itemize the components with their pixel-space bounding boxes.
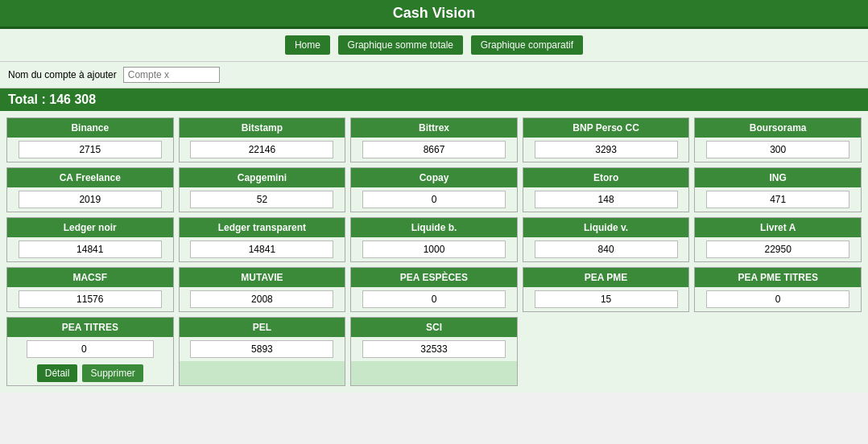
accounts-grid: BinanceBitstampBittrexBNP Perso CCBourso…: [0, 111, 868, 393]
account-name: Bittrex: [351, 118, 517, 138]
account-name: ING: [695, 168, 861, 187]
account-value-input[interactable]: [190, 240, 333, 258]
add-account-input[interactable]: [123, 67, 220, 83]
account-value-input[interactable]: [190, 141, 333, 158]
account-value-row: [695, 237, 861, 261]
account-card: MUTAVIE: [179, 267, 346, 312]
account-actions: DétailSupprimer: [7, 361, 173, 385]
account-value-row: [351, 187, 517, 212]
account-value-row: [7, 138, 173, 162]
account-value-row: [523, 138, 689, 162]
account-card: SCI: [350, 317, 518, 386]
account-value-input[interactable]: [706, 240, 849, 258]
navigation-bar: Home Graphique somme totale Graphique co…: [0, 29, 868, 62]
account-value-row: [180, 237, 345, 261]
account-card: CA Freelance: [6, 167, 174, 212]
supprimer-button[interactable]: Supprimer: [82, 364, 143, 382]
app-title: Cash Vision: [0, 5, 868, 22]
graph-compare-button[interactable]: Graphique comparatif: [471, 35, 583, 55]
account-value-input[interactable]: [535, 141, 678, 158]
account-value-row: [523, 187, 689, 212]
account-card: Liquide v.: [523, 217, 690, 262]
account-name: PEA PME: [523, 268, 689, 287]
account-name: PEA TITRES: [7, 318, 173, 337]
account-value-row: [695, 287, 861, 311]
account-value-row: [351, 287, 517, 311]
account-value-input[interactable]: [362, 141, 506, 158]
account-card: Bittrex: [350, 117, 518, 162]
account-card: PEA ESPÈCES: [350, 267, 518, 312]
account-name: Binance: [7, 118, 173, 138]
account-value-row: [7, 337, 173, 361]
account-name: Capgemini: [180, 168, 345, 187]
add-account-row: Nom du compte à ajouter: [0, 62, 868, 88]
account-name: PEL: [180, 318, 345, 337]
home-button[interactable]: Home: [285, 35, 330, 55]
account-card: BNP Perso CC: [523, 117, 690, 162]
account-name: MACSF: [7, 268, 173, 287]
account-value-row: [180, 187, 345, 212]
account-value-row: [180, 337, 345, 361]
account-name: Boursorama: [695, 118, 861, 138]
account-value-input[interactable]: [706, 141, 849, 158]
account-value-input[interactable]: [19, 290, 162, 308]
account-value-input[interactable]: [190, 290, 333, 308]
account-value-row: [523, 237, 689, 261]
account-value-input[interactable]: [19, 141, 162, 158]
account-name: Bitstamp: [180, 118, 345, 138]
account-value-input[interactable]: [362, 240, 506, 258]
account-value-row: [7, 187, 173, 212]
account-card: PEA TITRESDétailSupprimer: [6, 317, 174, 386]
account-name: Ledger transparent: [180, 218, 345, 237]
account-value-input[interactable]: [190, 191, 333, 208]
account-name: PEA ESPÈCES: [351, 268, 517, 287]
account-value-input[interactable]: [362, 191, 506, 208]
add-account-label: Nom du compte à ajouter: [8, 69, 117, 80]
account-value-row: [351, 337, 517, 361]
account-card: MACSF: [6, 267, 174, 312]
account-card: Bitstamp: [179, 117, 346, 162]
account-value-row: [180, 138, 345, 162]
account-value-row: [351, 237, 517, 261]
account-card: Capgemini: [179, 167, 346, 212]
account-value-input[interactable]: [535, 240, 678, 258]
account-value-input[interactable]: [706, 191, 849, 208]
total-bar: Total : 146 308: [0, 88, 868, 111]
account-card: Binance: [6, 117, 174, 162]
account-card: Livret A: [694, 217, 862, 262]
account-value-input[interactable]: [535, 290, 678, 308]
account-value-row: [180, 287, 345, 311]
account-card: Liquide b.: [350, 217, 518, 262]
account-value-row: [7, 237, 173, 261]
account-value-row: [523, 287, 689, 311]
account-card: PEA PME: [523, 267, 690, 312]
account-card: Ledger noir: [6, 217, 174, 262]
account-card: Etoro: [523, 167, 690, 212]
account-value-row: [351, 138, 517, 162]
account-name: Etoro: [523, 168, 689, 187]
account-value-input[interactable]: [362, 340, 506, 358]
account-card: PEA PME TITRES: [694, 267, 862, 312]
app-header: Cash Vision: [0, 0, 868, 29]
account-value-input[interactable]: [535, 191, 678, 208]
account-value-row: [695, 187, 861, 212]
account-value-input[interactable]: [27, 340, 154, 358]
account-name: PEA PME TITRES: [695, 268, 861, 287]
detail-button[interactable]: Détail: [37, 364, 78, 382]
account-value-input[interactable]: [19, 240, 162, 258]
account-name: SCI: [351, 318, 517, 337]
account-value-row: [7, 287, 173, 311]
account-value-input[interactable]: [706, 290, 849, 308]
account-value-input[interactable]: [362, 290, 506, 308]
account-value-input[interactable]: [190, 340, 333, 358]
account-name: BNP Perso CC: [523, 118, 689, 138]
account-name: Liquide b.: [351, 218, 517, 237]
account-value-row: [695, 138, 861, 162]
account-value-input[interactable]: [19, 191, 162, 208]
account-name: Ledger noir: [7, 218, 173, 237]
account-name: Liquide v.: [523, 218, 689, 237]
account-name: CA Freelance: [7, 168, 173, 187]
account-name: Copay: [351, 168, 517, 187]
graph-total-button[interactable]: Graphique somme totale: [338, 35, 463, 55]
account-card: ING: [694, 167, 862, 212]
